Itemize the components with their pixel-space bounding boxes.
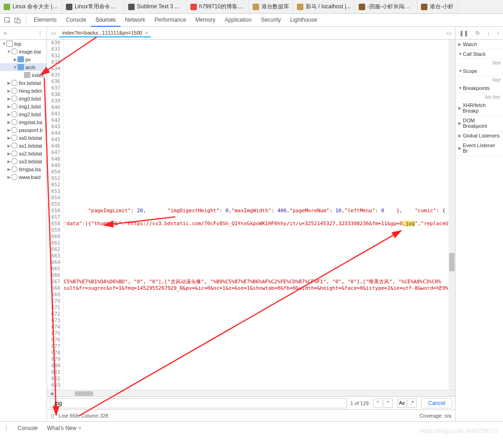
tree-item[interactable]: ▶imgstat.ba bbox=[0, 118, 47, 126]
cancel-button[interactable]: Cancel bbox=[421, 398, 452, 408]
tree-item[interactable]: ▶www.baid bbox=[0, 173, 47, 181]
twisty-icon[interactable]: ▶ bbox=[6, 159, 11, 164]
twisty-icon[interactable]: ▶ bbox=[6, 112, 11, 117]
twisty-icon[interactable]: ▶ bbox=[6, 96, 11, 101]
devtools-tab-elements[interactable]: Elements bbox=[29, 14, 61, 27]
devtools-tab-performance[interactable]: Performance bbox=[150, 14, 191, 27]
tree-item[interactable]: ▼top bbox=[0, 40, 47, 48]
tree-item[interactable]: ▶img1.bdst bbox=[0, 102, 47, 110]
panel-section[interactable]: ▼Scope bbox=[456, 66, 503, 76]
devtools-tab-memory[interactable]: Memory bbox=[191, 14, 220, 27]
twisty-icon[interactable]: ▶ bbox=[458, 106, 462, 110]
tree-item[interactable]: ▼image.bai bbox=[0, 48, 47, 55]
browser-tab[interactable]: Linux 命令大全 | 菜... bbox=[0, 0, 62, 13]
tree-item[interactable]: ▶pv bbox=[0, 55, 47, 63]
panel-section[interactable]: ▶Event Listener Br bbox=[456, 141, 503, 156]
inspect-icon[interactable] bbox=[3, 16, 12, 25]
twisty-icon[interactable]: ▶ bbox=[458, 42, 463, 47]
braces-icon[interactable]: {} bbox=[51, 413, 54, 418]
twisty-icon[interactable]: ▼ bbox=[458, 52, 463, 56]
vertical-scrollbar[interactable] bbox=[449, 40, 455, 390]
twisty-icon[interactable]: ▼ bbox=[13, 65, 18, 70]
devtools-tab-security[interactable]: Security bbox=[256, 14, 285, 27]
open-file-tab[interactable]: index?tn=baidui...111111&pn=1500 × bbox=[59, 29, 151, 37]
twisty-icon[interactable]: ▶ bbox=[458, 146, 463, 150]
section-label: Breakpoints bbox=[463, 85, 490, 91]
panel-section[interactable]: ▶Global Listeners bbox=[456, 131, 503, 141]
regex-button[interactable]: .* bbox=[408, 399, 417, 408]
browser-tab[interactable]: 港台数据库 bbox=[249, 0, 293, 13]
twisty-icon[interactable]: ▼ bbox=[6, 49, 11, 54]
scroll-left-icon[interactable]: ◄ bbox=[47, 390, 56, 397]
twisty-icon[interactable]: ▶ bbox=[6, 120, 11, 125]
scrollbar-thumb[interactable] bbox=[449, 253, 455, 271]
tree-item[interactable]: ▶fex.bdstat bbox=[0, 79, 47, 87]
browser-tab[interactable]: h799710的博客_C... bbox=[187, 0, 249, 13]
tree-item[interactable]: ▶ss3.bdstat bbox=[0, 157, 47, 165]
twisty-icon[interactable]: ▶ bbox=[6, 151, 11, 156]
toggle-sidebar-icon[interactable]: ▭ bbox=[51, 30, 56, 36]
device-icon[interactable] bbox=[13, 16, 22, 25]
drawer-tab-whatsnew[interactable]: What's New× bbox=[42, 423, 86, 433]
tree-item[interactable]: ▶ss1.bdstat bbox=[0, 142, 47, 149]
browser-tab[interactable]: 港台-小虾 bbox=[417, 0, 458, 13]
tree-item[interactable]: ▶img2.bdst bbox=[0, 110, 47, 118]
step-over-icon[interactable]: ↻ bbox=[475, 30, 480, 36]
pause-icon[interactable]: ❚❚ bbox=[459, 30, 468, 36]
twisty-icon[interactable]: ▼ bbox=[458, 69, 463, 73]
twisty-icon[interactable]: ▼ bbox=[458, 86, 463, 90]
twisty-icon[interactable]: ▶ bbox=[6, 81, 11, 85]
twisty-icon[interactable]: ▶ bbox=[6, 143, 11, 148]
twisty-icon[interactable]: ▶ bbox=[6, 128, 11, 132]
close-icon[interactable]: × bbox=[78, 425, 82, 431]
code-content[interactable]: "pageImgLimit": 20, "imgDigestHeight": 0… bbox=[64, 40, 449, 390]
step-out-icon[interactable]: ↑ bbox=[497, 30, 499, 36]
tree-item[interactable]: ▼arch bbox=[0, 63, 47, 71]
tree-item[interactable]: ▶img0.bdst bbox=[0, 95, 47, 102]
twisty-icon[interactable]: ▶ bbox=[6, 175, 11, 179]
browser-tab[interactable]: Sublime Text 3 快... bbox=[124, 0, 187, 13]
panel-section[interactable]: ▼Breakpoints bbox=[456, 84, 503, 93]
twisty-icon[interactable]: ▶ bbox=[6, 136, 11, 140]
panel-section[interactable]: ▶DOM Breakpoint bbox=[456, 116, 503, 131]
scrollbar-thumb[interactable] bbox=[75, 391, 93, 396]
panel-section[interactable]: ▶Watch bbox=[456, 40, 503, 49]
twisty-icon[interactable]: ▶ bbox=[6, 104, 11, 109]
devtools-tab-sources[interactable]: Sources bbox=[91, 14, 120, 27]
step-into-icon[interactable]: ↓ bbox=[487, 30, 490, 36]
twisty-icon[interactable]: ▶ bbox=[6, 167, 11, 172]
tree-item[interactable]: ▶passport.b bbox=[0, 126, 47, 134]
search-input[interactable] bbox=[50, 398, 347, 408]
cloud-icon bbox=[11, 143, 18, 149]
devtools-tab-console[interactable]: Console bbox=[61, 14, 91, 27]
twisty-icon[interactable]: ▶ bbox=[6, 89, 11, 93]
devtools-tab-network[interactable]: Network bbox=[120, 14, 150, 27]
devtools-tab-lighthouse[interactable]: Lighthouse bbox=[285, 14, 322, 27]
twisty-icon[interactable]: ▶ bbox=[458, 133, 463, 138]
tree-item[interactable]: ▶ss0.bdstat bbox=[0, 134, 47, 142]
more-icon[interactable]: ⋮ bbox=[37, 30, 43, 36]
next-match-button[interactable]: ˅ bbox=[384, 399, 393, 408]
drawer-tab-console[interactable]: Console bbox=[13, 423, 42, 433]
panel-section[interactable]: ▶XHR/fetch Breakp bbox=[456, 101, 503, 116]
case-button[interactable]: Aa bbox=[397, 399, 407, 408]
tree-item[interactable]: index bbox=[0, 71, 47, 79]
browser-tab[interactable]: 新马 / localhost |... bbox=[293, 0, 355, 13]
horizontal-scrollbar[interactable]: ◄ bbox=[47, 390, 455, 396]
tree-item[interactable]: ▶himg.bdim bbox=[0, 87, 47, 95]
close-icon[interactable]: × bbox=[145, 30, 148, 36]
twisty-icon[interactable]: ▶ bbox=[458, 121, 463, 125]
browser-tab[interactable]: Linux常用命令大全... bbox=[62, 0, 124, 13]
prev-match-button[interactable]: ˄ bbox=[373, 399, 383, 408]
toggle-right-icon[interactable]: ▭ bbox=[446, 30, 451, 36]
tree-item[interactable]: ▶ss2.bdstat bbox=[0, 149, 47, 157]
tree-item[interactable]: ▶timgsa.ba bbox=[0, 165, 47, 173]
devtools-tab-application[interactable]: Application bbox=[220, 14, 256, 27]
drawer-more-icon[interactable]: ⋮ bbox=[4, 425, 9, 431]
twisty-icon[interactable]: ▼ bbox=[2, 42, 6, 46]
twisty-icon[interactable]: ▶ bbox=[13, 57, 18, 62]
panel-section[interactable]: ▼Call Stack bbox=[456, 49, 503, 59]
tab-label: 港台数据库 bbox=[261, 3, 289, 11]
chevrons-icon[interactable]: » bbox=[4, 30, 7, 36]
browser-tab[interactable]: -国服-小虾米闯江湖 bbox=[355, 0, 417, 13]
